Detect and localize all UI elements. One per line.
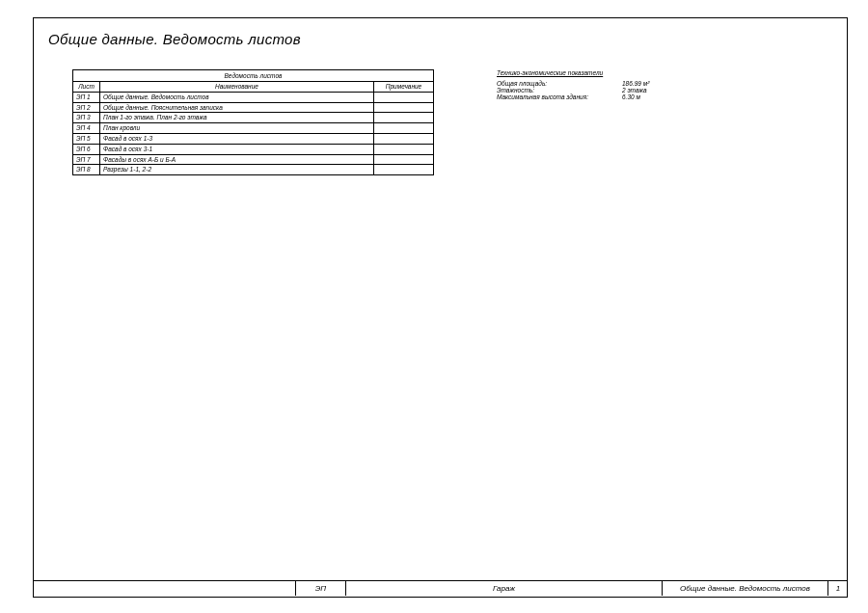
table-body: ЭП 1Общие данные. Ведомость листов ЭП 2О…: [73, 92, 434, 174]
col-header-name: Наименование: [100, 82, 374, 93]
tep-row: Этажность: 2 этажа: [497, 87, 649, 93]
drawing-sheet: Общие данные. Ведомость листов Ведомость…: [0, 0, 868, 613]
table-row: ЭП 6Фасад в осях 3-1: [73, 144, 434, 154]
stamp-sheet-name: Общие данные. Ведомость листов: [663, 581, 828, 596]
stamp-spacer: [33, 581, 296, 596]
table-row: ЭП 3План 1-го этажа. План 2-го этажа: [73, 113, 434, 123]
stamp-code: ЭП: [296, 581, 346, 596]
table-row: ЭП 4План кровли: [73, 123, 434, 134]
page-title: Общие данные. Ведомость листов: [48, 31, 301, 47]
tep-row: Максимальная высота здания: 6.30 м: [497, 93, 649, 100]
stamp-page-number: 1: [828, 581, 848, 596]
tep-items: Общая площадь: 186.99 м² Этажность: 2 эт…: [497, 80, 649, 100]
table-row: ЭП 1Общие данные. Ведомость листов: [73, 92, 434, 102]
table-row: ЭП 2Общие данные. Пояснительная записка: [73, 102, 434, 113]
stamp-project: Гараж: [346, 581, 663, 596]
tech-econ-block: Технико-экономические показатели Общая п…: [497, 69, 649, 100]
sheet-list-table: Ведомость листов Лист Наименование Приме…: [72, 69, 434, 175]
title-block: ЭП Гараж Общие данные. Ведомость листов …: [33, 580, 848, 596]
table-row: ЭП 7Фасады в осях А-Б и Б-А: [73, 154, 434, 165]
tep-row: Общая площадь: 186.99 м²: [497, 80, 649, 87]
table-row: ЭП 5Фасад в осях 1-3: [73, 133, 434, 144]
table-caption: Ведомость листов: [73, 70, 434, 82]
tep-title: Технико-экономические показатели: [497, 69, 649, 76]
col-header-sheet: Лист: [73, 82, 100, 93]
col-header-note: Примечание: [374, 82, 434, 93]
table-row: ЭП 8Разрезы 1-1, 2-2: [73, 165, 434, 175]
